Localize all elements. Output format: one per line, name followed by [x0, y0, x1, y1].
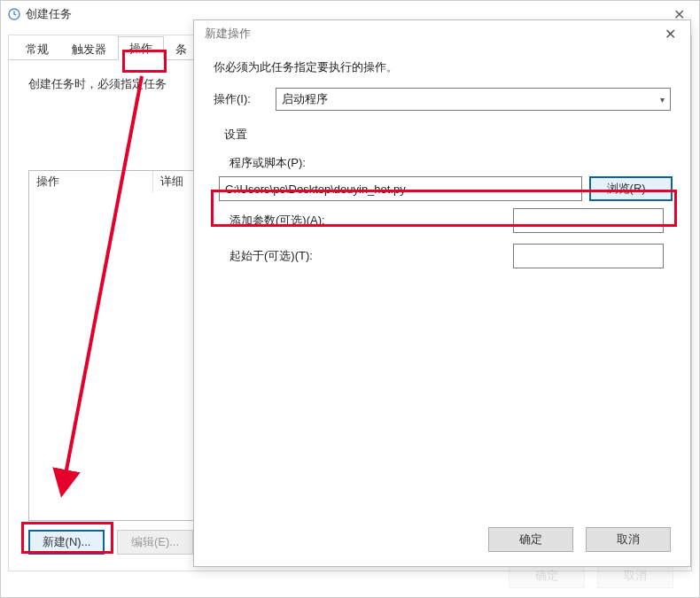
args-row: 添加参数(可选)(A): [194, 203, 690, 238]
back-title: 创建任务 [26, 6, 72, 22]
front-title: 新建操作 [205, 26, 251, 42]
front-footer: 确定 取消 [488, 527, 671, 552]
action-label: 操作(I): [214, 91, 276, 107]
startin-input[interactable] [513, 244, 664, 268]
chevron-down-icon: ▾ [660, 95, 665, 105]
action-buttons: 新建(N)... 编辑(E)... [28, 530, 193, 555]
action-select[interactable]: 启动程序 ▾ [276, 88, 671, 111]
script-input[interactable]: C:\Users\pc\Desktop\douyin_hot.py [219, 176, 582, 201]
startin-row: 起始于(可选)(T): [194, 238, 690, 274]
intro-text: 你必须为此任务指定要执行的操作。 [194, 47, 690, 84]
args-label: 添加参数(可选)(A): [229, 213, 371, 229]
startin-label: 起始于(可选)(T): [229, 248, 371, 264]
script-label: 程序或脚本(P): [194, 148, 690, 175]
new-action-dialog: 新建操作 ✕ 你必须为此任务指定要执行的操作。 操作(I): 启动程序 ▾ 设置… [193, 19, 691, 567]
edit-button: 编辑(E)... [117, 530, 193, 555]
script-row: C:\Users\pc\Desktop\douyin_hot.py 浏览(R).… [194, 175, 690, 203]
back-cancel-button: 取消 [597, 563, 673, 588]
action-row: 操作(I): 启动程序 ▾ [194, 84, 690, 114]
close-icon[interactable]: ✕ [649, 20, 690, 47]
settings-label: 设置 [194, 114, 690, 148]
args-input[interactable] [513, 208, 664, 233]
tab-triggers[interactable]: 触发器 [60, 37, 118, 60]
new-button[interactable]: 新建(N)... [28, 530, 105, 555]
back-footer: 确定 取消 [509, 563, 673, 588]
front-titlebar: 新建操作 ✕ [194, 20, 690, 47]
actions-table[interactable]: 操作 详细 [28, 170, 200, 521]
col-action[interactable]: 操作 [29, 171, 153, 192]
cancel-button[interactable]: 取消 [586, 527, 671, 552]
tab-actions[interactable]: 操作 [118, 36, 164, 60]
table-header: 操作 详细 [29, 171, 199, 192]
back-ok-button: 确定 [509, 563, 585, 588]
browse-button[interactable]: 浏览(R)... [589, 176, 673, 201]
ok-button[interactable]: 确定 [488, 527, 573, 552]
tab-general[interactable]: 常规 [14, 37, 60, 60]
action-value: 启动程序 [282, 91, 328, 107]
clock-icon [8, 8, 20, 20]
